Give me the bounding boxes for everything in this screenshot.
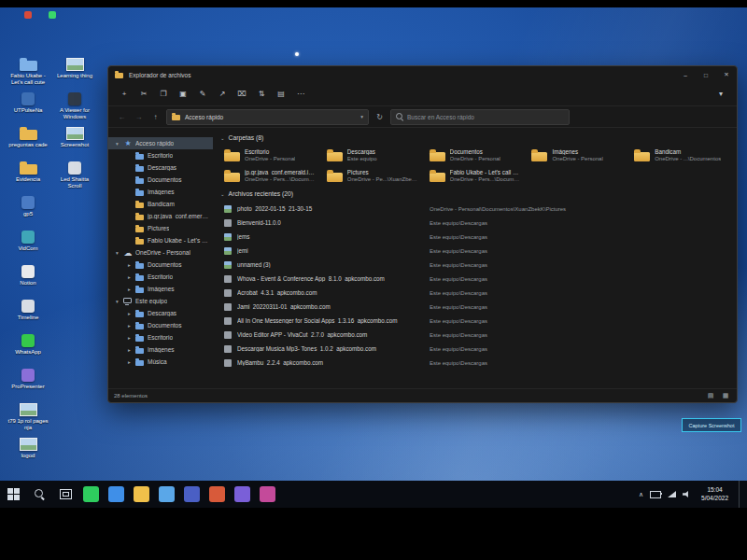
desktop-icon[interactable]: Led Shaitta Scroll — [52, 161, 97, 196]
recording-start-icon[interactable] — [49, 11, 56, 19]
recent-file-row[interactable]: Video Editor APP - VivaCut_2.7.0_apkcomb… — [220, 328, 729, 342]
chevron-icon[interactable] — [126, 311, 133, 316]
sidebar-item[interactable]: Este equipo — [108, 295, 213, 307]
chevron-icon[interactable] — [114, 141, 120, 147]
recent-file-row[interactable]: unnamed (3) Este equipo\Descargas — [220, 258, 729, 272]
sidebar-item[interactable]: Acceso rápido — [108, 137, 213, 149]
sidebar-item[interactable]: Escritorio — [108, 331, 213, 343]
chevron-icon[interactable] — [126, 274, 133, 280]
recent-file-row[interactable]: photo_2022-01-15_21-30-15 OneDrive - Per… — [220, 202, 729, 216]
powerpoint-icon[interactable] — [204, 481, 230, 508]
close-button[interactable]: ✕ — [716, 66, 737, 83]
sidebar-item[interactable]: OneDrive - Personal — [108, 246, 213, 259]
photos-icon[interactable] — [255, 481, 280, 508]
desktop-icon[interactable]: t79 1p rol pages nja — [6, 403, 50, 438]
sidebar-item[interactable]: Documentos — [108, 319, 213, 331]
edge-icon[interactable] — [104, 481, 129, 508]
recent-file-row[interactable]: Descargar Musica Mp3- Tones_1.0.2_apkcom… — [220, 342, 729, 356]
tray-network-icon[interactable] — [668, 491, 676, 497]
recent-file-row[interactable]: Bienvenid-11.0.0 Este equipo\Descargas — [220, 216, 729, 230]
title-bar[interactable]: Explorador de archivos – □ ✕ — [108, 66, 737, 83]
collapse-section-icon[interactable]: ⌄ — [220, 191, 225, 197]
chevron-icon[interactable] — [126, 359, 133, 365]
task-view-button[interactable] — [52, 481, 78, 508]
sidebar-item[interactable]: Descargas — [108, 307, 213, 319]
desktop-icon[interactable]: Evidencia — [6, 161, 50, 196]
sidebar-item[interactable]: Escritorio — [108, 271, 213, 283]
sidebar-item[interactable]: Bandicam — [108, 198, 213, 210]
folder-tile[interactable]: Descargas Este equipo — [323, 146, 422, 164]
desktop-icon[interactable]: Fabio Ukabe - Let's call cute — [6, 58, 50, 92]
desktop-icon[interactable]: ProPresenter — [6, 369, 50, 403]
sidebar-item[interactable]: Documentos — [108, 259, 213, 271]
recent-file-row[interactable]: MyBambu_2.2.4_apkcombo.com Este equipo\D… — [220, 356, 729, 370]
sidebar-item[interactable]: Música — [108, 356, 213, 368]
store-icon[interactable] — [154, 481, 179, 508]
recent-file-row[interactable]: jemi Este equipo\Descargas — [220, 244, 729, 258]
recent-file-row[interactable]: jems Este equipo\Descargas — [220, 230, 729, 244]
recent-file-row[interactable]: All In One Messenger for Social Apps_1.3… — [220, 314, 729, 328]
folder-tile[interactable]: Documentos OneDrive - Personal — [426, 146, 525, 164]
sidebar-item[interactable]: jp.gr.java_conf.emerald.id.dBfil — [108, 210, 213, 222]
desktop-icon[interactable]: gp5 — [6, 196, 50, 231]
view-icon[interactable]: ▤ — [273, 87, 289, 102]
folder-tile[interactable]: Fabio Ukabe - Let's call L... OneDrive -… — [426, 166, 525, 185]
folder-tile[interactable]: Imágenes OneDrive - Personal — [528, 146, 627, 164]
thumbnail-view-icon[interactable]: ▦ — [720, 392, 731, 399]
sidebar-item[interactable]: Descargas — [108, 161, 213, 174]
tray-battery-icon[interactable] — [650, 491, 661, 498]
rename-icon[interactable]: ✎ — [194, 87, 211, 102]
recent-file-row[interactable]: Acrobat_4.3.1_apkcombo.com Este equipo\D… — [220, 286, 729, 300]
desktop-icon[interactable]: Timeline — [6, 300, 50, 334]
forward-button[interactable]: → — [133, 113, 145, 121]
desktop-icon[interactable]: UTPulseNa — [6, 92, 50, 127]
teams-icon[interactable] — [179, 481, 204, 508]
discord-icon[interactable] — [230, 481, 255, 508]
chevron-icon[interactable] — [114, 299, 120, 304]
whatsapp-icon[interactable] — [78, 481, 104, 508]
search-input[interactable] — [407, 114, 564, 120]
chevron-icon[interactable] — [126, 262, 133, 268]
desktop-icon[interactable]: Screenshot — [52, 127, 97, 161]
file-explorer-icon[interactable] — [129, 481, 154, 508]
copy-icon[interactable]: ❐ — [155, 87, 172, 102]
sidebar-item[interactable]: Pictures — [108, 222, 213, 234]
desktop-icon[interactable]: WhatsApp — [6, 334, 50, 369]
desktop-icon[interactable]: VidCom — [6, 231, 50, 265]
start-button[interactable] — [0, 481, 26, 508]
new-item-icon[interactable]: + — [116, 87, 133, 102]
folder-tile[interactable]: Escritorio OneDrive - Personal — [220, 146, 319, 164]
chevron-icon[interactable] — [126, 335, 133, 341]
capture-overlay-button[interactable]: Capture Screenshot — [682, 418, 741, 432]
expand-commandbar-icon[interactable]: ▾ — [712, 87, 729, 102]
chevron-icon[interactable] — [126, 323, 133, 329]
chevron-icon[interactable] — [114, 250, 120, 256]
recent-file-row[interactable]: Whova - Event & Conference App_8.1.0_apk… — [220, 272, 729, 286]
share-icon[interactable]: ↗ — [214, 87, 231, 102]
refresh-button[interactable]: ↻ — [374, 113, 386, 121]
folder-tile[interactable]: Bandicam OneDrive - ...\Documentos — [630, 146, 729, 164]
paste-icon[interactable]: ▣ — [175, 87, 191, 102]
recent-file-row[interactable]: Jami_20220311-01_apkcombo.com Este equip… — [220, 300, 729, 314]
folder-tile[interactable]: Pictures OneDrive - Pe...\XuanZbekK — [323, 166, 422, 185]
desktop-icon[interactable]: preguntas cade — [6, 127, 50, 161]
minimize-button[interactable]: – — [675, 66, 696, 83]
desktop-icon[interactable]: A Viewer for Windows — [52, 92, 97, 127]
sidebar-item[interactable]: Imágenes — [108, 186, 213, 198]
more-icon[interactable]: ⋯ — [292, 87, 309, 102]
back-button[interactable]: ← — [116, 113, 128, 121]
chevron-icon[interactable] — [126, 287, 133, 292]
sidebar-item[interactable]: Documentos — [108, 174, 213, 186]
sort-icon[interactable]: ⇅ — [253, 87, 270, 102]
sidebar-item[interactable]: Imágenes — [108, 283, 213, 295]
taskbar-search-button[interactable] — [26, 481, 52, 508]
taskbar-clock[interactable]: 15:04 5/04/2022 — [698, 486, 732, 502]
breadcrumb-dropdown-icon[interactable]: ▾ — [360, 114, 363, 119]
show-desktop-button[interactable] — [739, 481, 743, 508]
folder-tile[interactable]: jp.gr.java_conf.emerald.id... OneDrive -… — [220, 166, 319, 185]
cut-icon[interactable]: ✂ — [135, 87, 152, 102]
desktop-icon[interactable]: logod — [6, 438, 50, 472]
desktop-icon[interactable]: Learning thing — [52, 58, 97, 92]
details-view-icon[interactable]: ▤ — [705, 392, 716, 399]
tray-volume-icon[interactable] — [683, 491, 691, 498]
